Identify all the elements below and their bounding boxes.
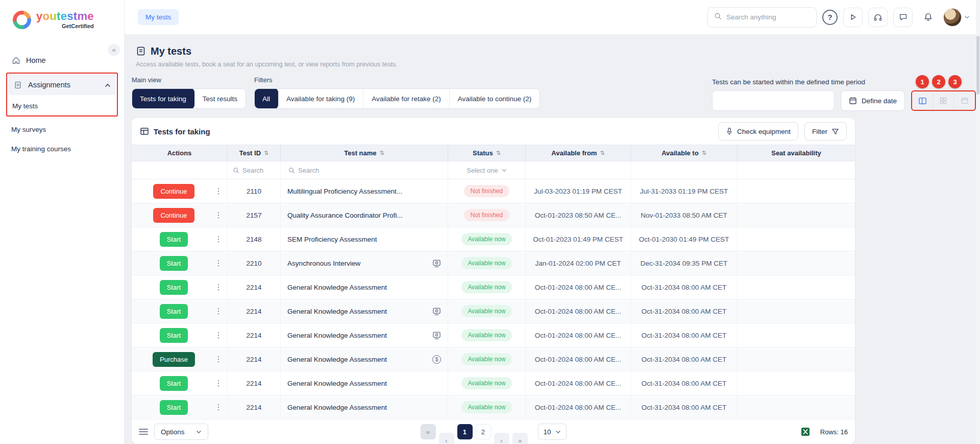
kebab-menu-icon[interactable]: ⋮	[213, 235, 224, 244]
column-header-status[interactable]: Status⇅	[448, 145, 526, 161]
sidebar-item-home[interactable]: Home	[6, 50, 118, 71]
column-header-test-id[interactable]: Test ID⇅	[228, 145, 281, 161]
table-menu-button[interactable]	[139, 428, 148, 435]
brand-wordmark: youtestme	[36, 10, 94, 22]
table-row: Continue ⋮ 2157 Quality Assurance Coordi…	[132, 203, 855, 227]
status-badge: Available now	[461, 305, 512, 317]
test-id-cell: 2148	[228, 227, 281, 251]
view-tabs: Tests for taking Test results	[132, 88, 246, 109]
column-header-actions: Actions	[132, 145, 228, 161]
funnel-icon	[831, 128, 839, 135]
row-action-button[interactable]: Start	[160, 280, 188, 295]
test-name-text: General Knowledge Assessment	[287, 284, 441, 291]
row-action-button[interactable]: Continue	[153, 208, 194, 223]
sidebar-item-my-surveys[interactable]: My surveys	[6, 120, 118, 139]
test-name-search-input[interactable]	[298, 167, 331, 174]
status-badge: Available now	[461, 329, 512, 341]
chevron-down-icon	[196, 430, 202, 434]
column-header-available-from[interactable]: Available from⇅	[526, 145, 631, 161]
last-page-button[interactable]: »	[512, 433, 527, 444]
main-area: My tests ?	[125, 0, 980, 444]
test-name-text: General Knowledge Assessment	[287, 404, 441, 411]
actions-cell: Continue ⋮	[132, 179, 228, 203]
scrollbar-thumb[interactable]	[976, 36, 979, 95]
row-action-button[interactable]: Purchase	[153, 352, 195, 367]
grid-view-button[interactable]	[933, 91, 954, 110]
row-action-button[interactable]: Start	[160, 400, 188, 415]
date-range-input[interactable]	[712, 90, 835, 111]
kebab-menu-icon[interactable]: ⋮	[213, 331, 224, 340]
define-date-button[interactable]: Define date	[841, 90, 905, 111]
user-menu[interactable]	[943, 8, 970, 27]
prev-page-button[interactable]: ‹	[438, 433, 454, 444]
sidebar-item-assignments[interactable]: Assignments	[8, 75, 116, 95]
table-view-button[interactable]	[912, 91, 933, 110]
assignments-icon	[13, 81, 22, 89]
page-button-2[interactable]: 2	[475, 424, 491, 439]
available-from-cell: Oct-01-2024 08:00 AM CE...	[526, 371, 631, 395]
test-name-cell: General Knowledge Assessment $	[281, 371, 448, 395]
breadcrumb[interactable]: My tests	[138, 9, 179, 25]
sidebar-item-my-tests[interactable]: My tests	[7, 96, 117, 115]
page-button-1[interactable]: 1	[457, 424, 472, 439]
kebab-menu-icon[interactable]: ⋮	[213, 379, 224, 388]
test-id-search-input[interactable]	[242, 167, 275, 174]
test-id-cell: 2214	[228, 323, 281, 347]
filter-chip-available-for-taking[interactable]: Available for taking (9)	[278, 89, 363, 108]
test-name-text: SEM Proficiency Assessment	[287, 236, 441, 243]
row-action-button[interactable]: Continue	[153, 184, 194, 199]
sidebar-collapse-button[interactable]: «	[108, 44, 120, 56]
options-dropdown[interactable]: Options	[154, 424, 208, 440]
kebab-menu-icon[interactable]: ⋮	[213, 259, 224, 268]
sort-icon: ⇅	[702, 150, 706, 156]
row-action-button[interactable]: Start	[160, 328, 188, 343]
table-filter-button[interactable]: Filter	[804, 122, 847, 141]
search-input[interactable]	[726, 13, 817, 21]
play-icon	[849, 13, 857, 21]
test-name-cell: Quality Assurance Coordinator Profi... $	[281, 203, 448, 227]
test-id-cell: 2214	[228, 371, 281, 395]
kebab-menu-icon[interactable]: ⋮	[213, 403, 224, 412]
tab-tests-for-taking[interactable]: Tests for taking	[132, 88, 195, 109]
filter-chip-available-to-continue[interactable]: Available to continue (2)	[450, 89, 540, 108]
tab-test-results[interactable]: Test results	[194, 89, 246, 108]
kebab-menu-icon[interactable]: ⋮	[213, 355, 224, 364]
hamburger-icon	[139, 428, 148, 435]
table-body: Continue ⋮ 2110 Multilingual Proficiency…	[132, 179, 855, 419]
filter-chip-available-for-retake[interactable]: Available for retake (2)	[363, 89, 450, 108]
next-page-button[interactable]: ›	[494, 433, 509, 444]
annotation-box-sidebar: Assignments My tests	[6, 73, 118, 116]
notifications-button[interactable]	[918, 8, 938, 27]
column-header-test-name[interactable]: Test name⇅	[281, 145, 448, 161]
actions-cell: Start ⋮	[132, 299, 228, 323]
sidebar-item-my-training-courses[interactable]: My training courses	[6, 139, 118, 158]
table-row: Start ⋮ 2214 General Knowledge Assessmen…	[132, 371, 855, 395]
messages-button[interactable]	[893, 8, 913, 27]
support-button[interactable]	[868, 8, 888, 27]
first-page-button[interactable]: «	[420, 424, 435, 439]
calendar-view-button[interactable]	[954, 91, 975, 110]
test-name-cell: Multilingual Proficiency Assessment... $	[281, 179, 448, 203]
check-equipment-button[interactable]: Check equipment	[718, 122, 798, 141]
kebab-menu-icon[interactable]: ⋮	[213, 186, 224, 196]
page-size-dropdown[interactable]: 10	[537, 424, 566, 440]
row-action-button[interactable]: Start	[160, 376, 188, 391]
kebab-menu-icon[interactable]: ⋮	[213, 307, 224, 316]
row-action-button[interactable]: Start	[160, 232, 188, 247]
filter-chip-all[interactable]: All	[254, 88, 279, 109]
status-filter-select[interactable]: Select one	[467, 167, 506, 174]
rows-count: Rows: 16	[820, 428, 848, 436]
export-excel-button[interactable]	[801, 427, 810, 436]
test-name-cell: SEM Proficiency Assessment $	[281, 227, 448, 251]
search-icon	[288, 167, 295, 174]
row-action-button[interactable]: Start	[160, 256, 188, 271]
table-icon	[140, 127, 149, 136]
row-action-button[interactable]: Start	[160, 304, 188, 319]
column-header-available-to[interactable]: Available to⇅	[631, 145, 738, 161]
kebab-menu-icon[interactable]: ⋮	[213, 283, 224, 292]
help-button[interactable]: ?	[822, 10, 838, 25]
status-cell: Available now	[448, 371, 526, 395]
status-cell: Not finished	[448, 203, 526, 227]
play-tour-button[interactable]	[843, 8, 863, 27]
kebab-menu-icon[interactable]: ⋮	[213, 211, 224, 220]
